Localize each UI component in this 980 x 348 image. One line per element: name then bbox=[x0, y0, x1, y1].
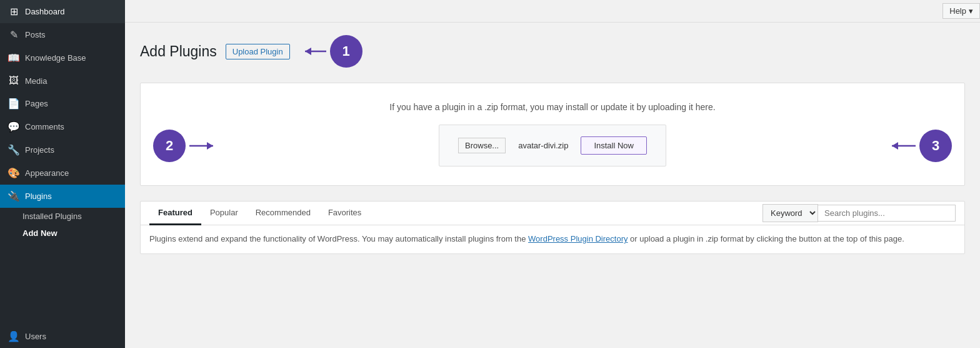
pages-icon: 📄 bbox=[8, 98, 20, 110]
tabs-description-text: Plugins extend and expand the functional… bbox=[149, 234, 526, 243]
posts-icon: ✎ bbox=[8, 29, 20, 41]
sidebar-item-comments[interactable]: 💬 Comments bbox=[0, 115, 125, 138]
tab-recommended[interactable]: Recommended bbox=[247, 202, 319, 225]
browse-button[interactable]: Browse... bbox=[458, 138, 506, 153]
tabs-body: Plugins extend and expand the functional… bbox=[141, 225, 964, 253]
svg-marker-5 bbox=[892, 142, 898, 150]
badge-3: 3 bbox=[919, 130, 952, 162]
page-header: Add Plugins Upload Plugin 1 bbox=[140, 35, 965, 68]
keyword-select[interactable]: Keyword bbox=[762, 204, 818, 222]
tabs-section: Featured Popular Recommended Favorites K… bbox=[140, 201, 965, 254]
comments-icon: 💬 bbox=[8, 121, 20, 133]
badge-1: 1 bbox=[330, 35, 362, 68]
svg-marker-3 bbox=[207, 142, 213, 150]
sidebar-item-label: Comments bbox=[25, 122, 64, 131]
tab-favorites[interactable]: Favorites bbox=[319, 202, 370, 225]
sidebar-sub-installed-plugins[interactable]: Installed Plugins bbox=[0, 208, 125, 225]
sidebar-item-appearance[interactable]: 🎨 Appearance bbox=[0, 161, 125, 185]
sidebar-item-knowledge-base[interactable]: 📖 Knowledge Base bbox=[0, 46, 125, 69]
sidebar-item-label: Media bbox=[25, 76, 47, 86]
sidebar-item-label: Dashboard bbox=[25, 7, 65, 16]
dashboard-icon: ⊞ bbox=[8, 6, 20, 18]
content-area: Add Plugins Upload Plugin 1 If you have … bbox=[125, 23, 980, 348]
topbar: Help ▾ bbox=[125, 0, 980, 23]
page-title: Add Plugins bbox=[140, 43, 217, 60]
plugins-icon: 🔌 bbox=[8, 190, 20, 202]
upload-description: If you have a plugin in a .zip format, y… bbox=[153, 102, 952, 112]
sidebar-item-label: Appearance bbox=[25, 168, 69, 178]
knowledge-base-icon: 📖 bbox=[8, 52, 20, 64]
tabs-header: Featured Popular Recommended Favorites K… bbox=[141, 202, 964, 225]
sidebar-item-label: Pages bbox=[25, 99, 48, 108]
sidebar-item-plugins[interactable]: 🔌 Plugins bbox=[0, 185, 125, 208]
plugin-directory-link[interactable]: WordPress Plugin Directory bbox=[528, 234, 628, 243]
sidebar-item-label: Knowledge Base bbox=[25, 53, 86, 63]
sidebar-item-users[interactable]: 👤 Users bbox=[0, 325, 125, 348]
file-upload-row: Browse... avatar-divi.zip Install Now bbox=[439, 125, 666, 166]
users-icon: 👤 bbox=[8, 330, 20, 342]
sidebar: ⊞ Dashboard ✎ Posts 📖 Knowledge Base 🖼 M… bbox=[0, 0, 125, 348]
sidebar-item-posts[interactable]: ✎ Posts bbox=[0, 23, 125, 46]
file-name: avatar-divi.zip bbox=[518, 141, 568, 150]
svg-marker-1 bbox=[305, 48, 311, 55]
sidebar-item-dashboard[interactable]: ⊞ Dashboard bbox=[0, 0, 125, 23]
sidebar-sub-label: Installed Plugins bbox=[22, 212, 82, 221]
sidebar-item-label: Posts bbox=[25, 30, 46, 39]
search-input[interactable] bbox=[818, 205, 956, 222]
arrow-to-install bbox=[888, 138, 919, 153]
sidebar-item-media[interactable]: 🖼 Media bbox=[0, 69, 125, 92]
help-label: Help bbox=[949, 6, 966, 16]
tab-popular[interactable]: Popular bbox=[201, 202, 247, 225]
arrow-to-browse bbox=[186, 138, 217, 153]
sidebar-item-label: Plugins bbox=[25, 192, 52, 201]
upload-section: If you have a plugin in a .zip format, y… bbox=[140, 83, 965, 186]
help-chevron-icon: ▾ bbox=[969, 6, 973, 16]
projects-icon: 🔧 bbox=[8, 144, 20, 156]
media-icon: 🖼 bbox=[8, 75, 20, 86]
arrow-to-upload bbox=[301, 43, 331, 60]
install-now-button[interactable]: Install Now bbox=[581, 136, 647, 155]
help-button[interactable]: Help ▾ bbox=[942, 3, 980, 19]
upload-plugin-button[interactable]: Upload Plugin bbox=[226, 44, 290, 59]
appearance-icon: 🎨 bbox=[8, 167, 20, 179]
tab-search: Keyword bbox=[762, 204, 956, 222]
sidebar-sub-label: Add New bbox=[22, 228, 58, 238]
badge-2: 2 bbox=[153, 130, 186, 162]
sidebar-item-label: Users bbox=[25, 332, 46, 341]
sidebar-item-projects[interactable]: 🔧 Projects bbox=[0, 138, 125, 161]
main-content: Help ▾ Add Plugins Upload Plugin 1 bbox=[125, 0, 980, 348]
sidebar-item-label: Projects bbox=[25, 145, 54, 155]
tabs-description-end: or upload a plugin in .zip format by cli… bbox=[630, 234, 904, 243]
sidebar-item-pages[interactable]: 📄 Pages bbox=[0, 92, 125, 115]
sidebar-sub-add-new[interactable]: Add New bbox=[0, 225, 125, 242]
tab-featured[interactable]: Featured bbox=[149, 202, 201, 225]
